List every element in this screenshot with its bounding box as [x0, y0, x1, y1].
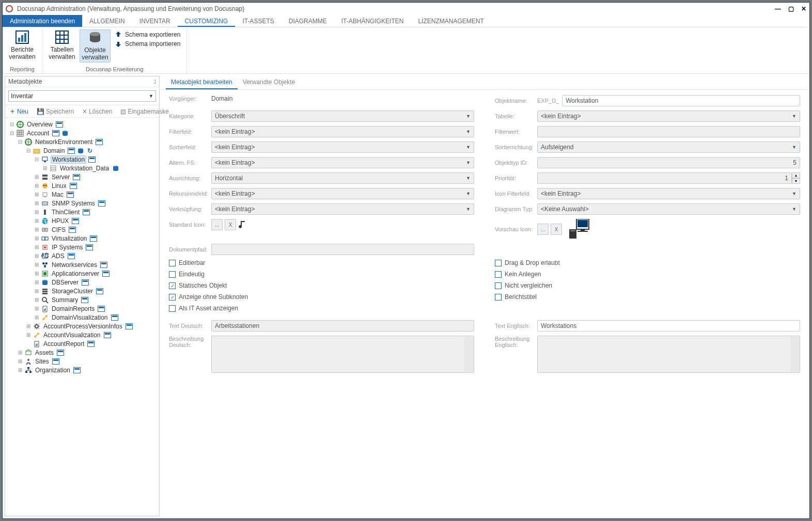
- sortierrichtung-select[interactable]: Aufsteigend▼: [537, 141, 800, 153]
- tree-node-applicationserver[interactable]: ⊞Applicationserver: [6, 269, 158, 278]
- tree-node-workstation_data[interactable]: ⊞Workstation_Data: [6, 164, 158, 172]
- stdicon-browse-button[interactable]: ...: [211, 219, 223, 230]
- twisty[interactable]: ⊞: [34, 218, 39, 224]
- checkbox-editierbar[interactable]: Editierbar: [169, 259, 474, 266]
- tree-node-organization[interactable]: ⊞Organization: [6, 366, 158, 374]
- twisty[interactable]: ⊟: [18, 139, 23, 145]
- objektname-input[interactable]: Workstation: [562, 95, 800, 106]
- checkbox-eindeutig[interactable]: Eindeutig: [169, 271, 474, 278]
- tree-node-dbserver[interactable]: ⊞DBServer: [6, 278, 158, 287]
- scrollbar[interactable]: [464, 337, 473, 372]
- tree-node-accountvisualization[interactable]: ⊞AccountVisualization: [6, 330, 158, 339]
- twisty[interactable]: ⊟: [9, 121, 14, 127]
- twisty[interactable]: ⊞: [26, 332, 31, 338]
- twisty[interactable]: ⊞: [34, 244, 39, 250]
- diagrammtyp-select[interactable]: <Keine Auswahl>▼: [537, 203, 800, 215]
- close-button[interactable]: ✕: [801, 6, 806, 12]
- menu-item-it-abhängigkeiten[interactable]: IT-ABHÄNGIGKEITEN: [334, 15, 411, 27]
- checkbox-keinanlegen[interactable]: Kein Anlegen: [495, 271, 800, 278]
- iconfilter-select[interactable]: <kein Eintrag>▼: [537, 188, 800, 199]
- kategorie-select[interactable]: Überschrift▼: [211, 110, 474, 122]
- twisty[interactable]: ⊞: [34, 253, 39, 259]
- tree-node-domainreports[interactable]: ⊞DomainReports: [6, 304, 158, 313]
- tree-node-accountreport[interactable]: AccountReport: [6, 339, 158, 348]
- dokpfad-input[interactable]: [211, 244, 474, 255]
- twisty[interactable]: ⊞: [34, 174, 39, 180]
- tree-node-ip systems[interactable]: ⊞IP Systems: [6, 243, 158, 251]
- twisty[interactable]: ⊞: [18, 350, 23, 355]
- checkbox-berichtstitel[interactable]: Berichtstitel: [495, 293, 800, 301]
- speichern-button[interactable]: 💾Speichern: [34, 107, 77, 116]
- twisty[interactable]: ⊞: [34, 192, 39, 197]
- tree-node-overview[interactable]: ⊟Overview: [6, 120, 158, 129]
- tree-view[interactable]: ⊟Overview⊟Account⊟NetworkEnvironment⊟Dom…: [5, 118, 159, 516]
- tree-node-account[interactable]: ⊟Account: [6, 129, 158, 137]
- tree-node-server[interactable]: ⊞Server: [6, 172, 158, 181]
- twisty[interactable]: ⊞: [34, 297, 39, 303]
- tab-1[interactable]: Verwandte Objekte: [238, 76, 300, 89]
- tree-node-summary[interactable]: ⊞Summary: [6, 295, 158, 304]
- textde-input[interactable]: Arbeitsstationen: [211, 320, 474, 331]
- tree-node-linux[interactable]: ⊞Linux: [6, 181, 158, 190]
- schema-importieren-button[interactable]: Schema importieren: [113, 40, 182, 48]
- objekttyp-input[interactable]: 5: [537, 157, 800, 168]
- tree-node-thinclient[interactable]: ⊞ThinClient: [6, 208, 158, 216]
- pin-icon[interactable]: ⟟: [154, 78, 156, 85]
- menu-item-inventar[interactable]: INVENTAR: [132, 15, 178, 27]
- admin-beenden-button[interactable]: Administration beenden: [3, 15, 82, 27]
- twisty[interactable]: ⊞: [34, 279, 39, 285]
- filterfeld-select[interactable]: <kein Eintrag>▼: [211, 126, 474, 137]
- twisty[interactable]: ⊟: [26, 148, 31, 153]
- twisty[interactable]: ⊞: [18, 358, 23, 364]
- stdicon-clear-button[interactable]: X: [225, 219, 236, 230]
- twisty[interactable]: ⊞: [34, 262, 39, 267]
- tree-node-hpux[interactable]: ⊞hpHPUX: [6, 216, 158, 225]
- ausrichtung-select[interactable]: Horizontal▼: [211, 172, 474, 184]
- beschren-input[interactable]: [537, 336, 800, 373]
- tree-node-networkenvironment[interactable]: ⊟NetworkEnvironment: [6, 137, 158, 146]
- sidebar-selector[interactable]: Inventar ▼: [8, 90, 156, 102]
- sortierfeld-select[interactable]: <kein Eintrag>▼: [211, 141, 474, 153]
- tab-0[interactable]: Metaobjekt bearbeiten: [166, 76, 238, 89]
- loeschen-button[interactable]: ✕Löschen: [79, 107, 115, 116]
- objekte-verwalten-button[interactable]: Objekte verwalten: [80, 29, 111, 62]
- tree-node-workstation[interactable]: ⊟Workstation: [6, 155, 158, 164]
- tree-node-storagecluster[interactable]: ⊞StorageCluster: [6, 287, 158, 295]
- tree-node-cifs[interactable]: ⊞CIFS: [6, 225, 158, 234]
- minimize-button[interactable]: —: [775, 6, 781, 12]
- twisty[interactable]: ⊞: [42, 165, 48, 171]
- verknuepfung-select[interactable]: <kein Eintrag>▼: [211, 203, 474, 215]
- tree-node-sites[interactable]: ⊞Sites: [6, 357, 158, 366]
- menu-item-it-assets[interactable]: IT-ASSETS: [235, 15, 281, 27]
- tree-node-domain[interactable]: ⊟Domain↻: [6, 146, 158, 155]
- twisty[interactable]: ⊞: [34, 183, 39, 188]
- twisty[interactable]: ⊞: [34, 235, 39, 241]
- prioritaet-spinner[interactable]: 1▲▼: [537, 172, 800, 184]
- altern-select[interactable]: <kein Eintrag>▼: [211, 157, 474, 168]
- menu-item-customizing[interactable]: CUSTOMIZING: [178, 15, 236, 27]
- twisty[interactable]: ⊞: [34, 314, 39, 320]
- tree-node-accountprocessversioninfos[interactable]: ⊞AccountProcessVersionInfos: [6, 322, 158, 330]
- rekursion-select[interactable]: <kein Eintrag>▼: [211, 188, 474, 199]
- twisty[interactable]: ⊞: [34, 306, 39, 311]
- checkbox-itasset[interactable]: Als IT Asset anzeigen: [169, 305, 474, 312]
- menu-item-diagramme[interactable]: DIAGRAMME: [282, 15, 334, 27]
- neu-button[interactable]: ＋Neu: [6, 107, 32, 116]
- tree-node-virtualization[interactable]: ⊞Virtualization: [6, 234, 158, 243]
- menu-item-lizenzmanagement[interactable]: LIZENZMANAGEMENT: [411, 15, 491, 27]
- texten-input[interactable]: Workstations: [537, 320, 800, 331]
- berichte-verwalten-button[interactable]: Berichte verwalten: [7, 29, 38, 61]
- maximize-button[interactable]: ▢: [788, 6, 794, 12]
- scrollbar[interactable]: [790, 337, 799, 372]
- filterwert-input[interactable]: [537, 126, 800, 137]
- checkbox-anzeige[interactable]: ✓Anzeige ohne Subknoten: [169, 293, 474, 301]
- schema-exportieren-button[interactable]: Schema exportieren: [113, 30, 182, 39]
- vorschau-clear-button[interactable]: X: [551, 224, 562, 235]
- twisty[interactable]: ⊞: [18, 367, 23, 373]
- tree-node-domainvisualization[interactable]: ⊞DomainVisualization: [6, 313, 158, 322]
- checkbox-statisch[interactable]: ✓Statisches Objekt: [169, 282, 474, 289]
- tree-node-ads[interactable]: ⊞ADADS: [6, 251, 158, 260]
- twisty[interactable]: ⊞: [34, 288, 39, 294]
- checkbox-nichtvergl[interactable]: Nicht vergleichen: [495, 282, 800, 289]
- vorschau-browse-button[interactable]: ...: [537, 224, 549, 235]
